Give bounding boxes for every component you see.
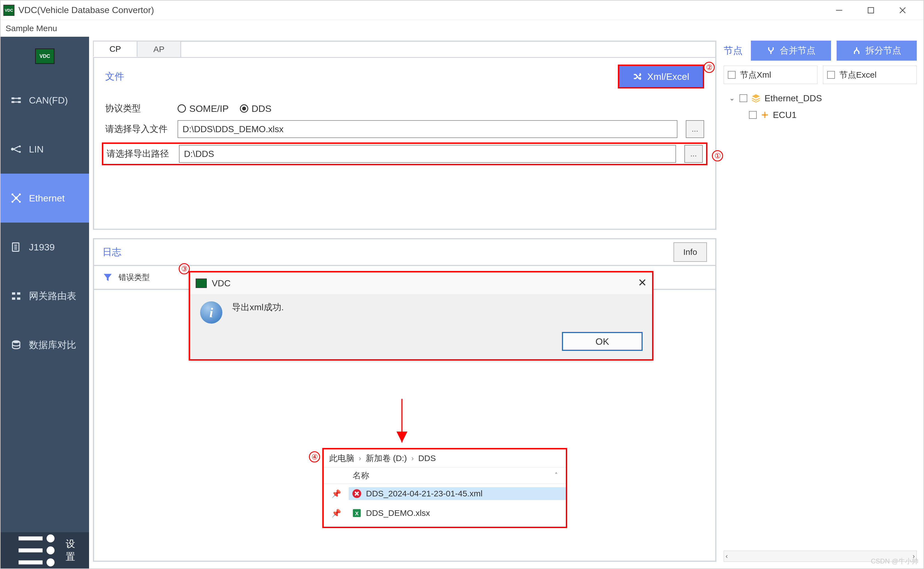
watermark: CSDN @牛小帅 [871, 557, 918, 566]
node-xml-toggle[interactable]: 节点Xml [724, 65, 817, 84]
log-body: ③ VDC 导出xml成功. [94, 290, 715, 560]
close-button[interactable] [893, 3, 912, 17]
dialog-ok-button[interactable]: OK [562, 332, 642, 351]
split-node-label: 拆分节点 [866, 44, 901, 57]
svg-rect-22 [12, 292, 15, 295]
config-panel: CP AP 文件 Xml/Excel 协 [93, 41, 716, 230]
import-file-input[interactable]: D:\DDS\DDS_DEMO.xlsx [178, 120, 677, 138]
svg-point-12 [19, 151, 21, 153]
pin-icon: 📌 [324, 509, 349, 518]
tree-node-root[interactable]: ⌄ Ethernet_DDS [724, 90, 916, 106]
window-titlebar: VDC(Vehicle Database Convertor) [0, 0, 924, 20]
sidebar-settings[interactable]: 设置 [0, 532, 89, 569]
breadcrumb-item[interactable]: DDS [418, 453, 436, 463]
gateway-icon [11, 291, 22, 301]
breadcrumb-item[interactable]: 新加卷 (D:) [366, 453, 407, 464]
ethernet-icon [11, 193, 22, 204]
column-header-name[interactable]: 名称 [349, 470, 546, 481]
dialog-close-button[interactable] [638, 278, 647, 289]
file-row[interactable]: 📌 X DDS_DEMO.xlsx [324, 504, 566, 523]
file-name: DDS_DEMO.xlsx [366, 508, 430, 518]
filter-icon [102, 272, 113, 283]
svg-rect-6 [18, 97, 21, 99]
radio-label: DDS [251, 103, 272, 114]
checkbox-icon [728, 71, 735, 79]
sidebar-item-ethernet[interactable]: Ethernet [0, 173, 89, 222]
database-icon [11, 339, 22, 351]
chevron-right-icon: › [359, 454, 361, 463]
sidebar-brand: VDC [0, 37, 89, 76]
sidebar-item-gateway-routes[interactable]: 网关路由表 [0, 272, 89, 321]
checkbox-icon [827, 71, 835, 79]
radio-label: SOME/IP [189, 103, 229, 114]
radio-icon [240, 104, 248, 113]
radio-someip[interactable]: SOME/IP [178, 103, 229, 114]
annotation-circle-1: ① [712, 150, 723, 161]
log-title: 日志 [102, 246, 121, 259]
sidebar-item-label: 数据库对比 [29, 339, 76, 351]
dialog-message: 导出xml成功. [232, 301, 284, 313]
sidebar-item-canfd[interactable]: CAN(FD) [0, 76, 89, 125]
node-xml-label: 节点Xml [740, 69, 771, 81]
tree-node-child[interactable]: ECU1 [724, 106, 916, 123]
merge-node-label: 合并节点 [780, 44, 816, 57]
sidebar-item-db-compare[interactable]: 数据库对比 [0, 321, 89, 370]
node-section-label: 节点 [724, 44, 743, 57]
svg-rect-23 [17, 292, 20, 295]
app-window: VDC(Vehicle Database Convertor) Sample M… [0, 0, 924, 569]
settings-label: 设置 [66, 537, 79, 563]
log-panel: 日志 Info 错误类型 ③ VDC [93, 238, 716, 562]
sidebar-item-label: 网关路由表 [29, 290, 76, 303]
sidebar-item-lin[interactable]: LIN [0, 125, 89, 173]
tab-strip: CP AP [93, 41, 716, 58]
node-excel-toggle[interactable]: 节点Excel [823, 65, 917, 84]
svg-point-29 [46, 558, 55, 566]
breadcrumb[interactable]: 此电脑› 新加卷 (D:)› DDS [324, 449, 566, 467]
tab-ap[interactable]: AP [137, 41, 181, 57]
svg-point-11 [19, 146, 21, 148]
dialog-export-success: VDC 导出xml成功. OK [189, 271, 653, 361]
caret-down-icon[interactable]: ⌄ [728, 94, 735, 102]
info-icon [200, 301, 222, 324]
menu-strip: Sample Menu [0, 20, 924, 37]
svg-rect-25 [17, 297, 20, 300]
sidebar: VDC CAN(FD) LIN Ethernet J1939 网关路由表 [0, 37, 89, 569]
file-name: DDS_2024-04-21-23-01-45.xml [366, 489, 483, 498]
export-path-input[interactable]: D:\DDS [179, 145, 676, 163]
tree-node-label: ECU1 [773, 110, 796, 120]
sidebar-item-label: Ethernet [29, 193, 65, 204]
svg-rect-38 [763, 113, 767, 117]
sidebar-item-j1939[interactable]: J1939 [0, 222, 89, 272]
tab-cp[interactable]: CP [93, 41, 137, 57]
pin-icon: 📌 [324, 489, 349, 498]
settings-icon [11, 526, 58, 569]
annotation-circle-4: ④ [309, 451, 320, 463]
checkbox-icon[interactable] [740, 94, 747, 102]
import-browse-button[interactable]: ... [686, 120, 704, 138]
j1939-icon [11, 242, 22, 253]
merge-node-button[interactable]: 合并节点 [751, 41, 831, 61]
protocol-type-label: 协议类型 [105, 102, 169, 115]
export-browse-button[interactable]: ... [684, 145, 703, 163]
xml-excel-button[interactable]: Xml/Excel [619, 66, 703, 87]
window-controls [830, 3, 921, 17]
svg-rect-5 [11, 101, 14, 103]
annotation-box-2: Xml/Excel [618, 65, 704, 88]
file-row[interactable]: 📌 DDS_2024-04-21-23-01-45.xml [324, 484, 566, 504]
filter-label: 错误类型 [119, 272, 150, 283]
dialog-title: VDC [212, 278, 633, 289]
log-info-button[interactable]: Info [673, 242, 707, 262]
breadcrumb-item[interactable]: 此电脑 [329, 453, 354, 464]
right-panel: 节点 合并节点 拆分节点 节点Xml 节点Excel [722, 37, 924, 569]
node-excel-label: 节点Excel [839, 69, 877, 81]
menu-sample[interactable]: Sample Menu [6, 24, 57, 33]
annotation-circle-3: ③ [179, 263, 190, 274]
checkbox-icon[interactable] [749, 111, 757, 119]
split-node-button[interactable]: 拆分节点 [837, 41, 917, 61]
svg-point-27 [46, 534, 55, 543]
maximize-button[interactable] [861, 3, 881, 17]
layers-icon [751, 93, 761, 103]
scroll-left-icon[interactable]: ‹ [726, 552, 728, 560]
radio-dds[interactable]: DDS [240, 103, 272, 114]
minimize-button[interactable] [830, 3, 849, 17]
